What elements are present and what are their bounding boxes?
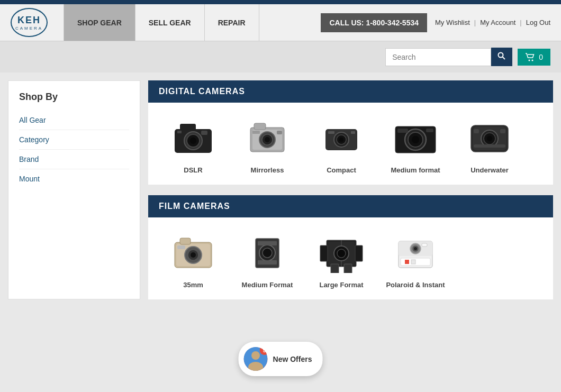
mirrorless-label: Mirrorless (251, 166, 284, 174)
svg-rect-50 (258, 241, 277, 245)
film-cameras-header: FILM CAMERAS (148, 195, 553, 217)
film35-image (164, 228, 222, 276)
svg-rect-69 (422, 243, 427, 247)
filmmedformat-image (238, 228, 296, 276)
svg-rect-18 (252, 131, 260, 134)
film-cameras-body: 35mm Medium Format (148, 217, 553, 299)
svg-point-35 (487, 136, 492, 141)
svg-rect-58 (344, 264, 352, 273)
svg-rect-30 (426, 129, 433, 132)
svg-rect-67 (405, 260, 409, 264)
svg-rect-10 (177, 131, 182, 133)
largeformat-image (312, 228, 370, 276)
medformat-icon (389, 116, 442, 158)
svg-rect-36 (474, 129, 479, 133)
svg-rect-59 (320, 245, 328, 261)
camera-item-mirrorless[interactable]: Mirrorless (233, 113, 302, 174)
search-input[interactable] (385, 48, 491, 66)
svg-point-8 (190, 138, 196, 144)
svg-rect-68 (411, 260, 415, 264)
main-nav: SHOP GEAR SELL GEAR REPAIR (64, 4, 259, 41)
svg-rect-51 (258, 260, 277, 265)
main-layout: Shop By All Gear Category Brand Mount DI… (0, 72, 561, 307)
cart-icon (525, 53, 536, 61)
my-wishlist-link[interactable]: My Wishlist (435, 19, 470, 26)
digital-cameras-header: DIGITAL CAMERAS (148, 80, 553, 103)
svg-rect-9 (201, 131, 207, 135)
filmmedformat-icon (241, 231, 294, 273)
svg-rect-37 (500, 129, 505, 133)
svg-rect-16 (254, 123, 266, 130)
film-cameras-section: FILM CAMERAS (148, 195, 553, 299)
svg-point-22 (339, 138, 343, 142)
log-out-link[interactable]: Log Out (526, 19, 550, 26)
medformat-image (386, 113, 445, 161)
svg-point-65 (414, 247, 417, 250)
svg-rect-17 (277, 131, 282, 134)
compact-icon (315, 116, 368, 158)
camera-item-35mm[interactable]: 35mm (159, 228, 228, 289)
camera-item-largeformat[interactable]: Large Format (307, 228, 376, 289)
search-container (385, 48, 512, 66)
svg-point-43 (191, 252, 196, 258)
svg-rect-38 (474, 144, 505, 148)
film35-icon (167, 231, 220, 273)
svg-rect-5 (180, 124, 196, 132)
nav-shop-gear[interactable]: SHOP GEAR (64, 4, 135, 41)
camera-item-compact[interactable]: Compact (307, 113, 376, 174)
medformat-label: Medium format (391, 166, 440, 174)
camera-item-filmmedformat[interactable]: Medium Format (233, 228, 302, 289)
underwater-icon (463, 116, 516, 158)
logo-sub: CAMERA (15, 26, 43, 31)
dslr-icon (167, 116, 220, 158)
underwater-label: Underwater (470, 166, 509, 174)
svg-line-1 (503, 57, 505, 60)
film35-label: 35mm (183, 281, 203, 289)
svg-rect-24 (351, 131, 355, 134)
phone-button[interactable]: CALL US: 1-800-342-5534 (321, 13, 427, 32)
polaroid-icon (389, 231, 442, 273)
sidebar-title: Shop By (19, 92, 129, 103)
compact-label: Compact (327, 166, 356, 174)
sidebar-item-category[interactable]: Category (19, 130, 129, 150)
svg-rect-60 (355, 245, 363, 261)
svg-point-3 (532, 59, 533, 61)
mirrorless-image (238, 113, 296, 161)
digital-cameras-section: DIGITAL CAMERAS (148, 80, 553, 185)
mirrorless-icon (241, 116, 294, 158)
logo[interactable]: KEH CAMERA (11, 8, 48, 37)
svg-point-28 (412, 136, 419, 143)
camera-item-underwater[interactable]: Underwater (455, 113, 524, 174)
cart-count: 0 (539, 53, 543, 61)
my-account-link[interactable]: My Account (480, 19, 515, 26)
svg-rect-29 (397, 129, 408, 133)
top-bar (0, 0, 561, 4)
dslr-label: DSLR (184, 166, 202, 174)
svg-rect-44 (177, 245, 185, 249)
polaroid-label: Polaroid & Instant (386, 281, 445, 289)
sidebar-item-mount[interactable]: Mount (19, 169, 129, 188)
svg-point-49 (263, 248, 272, 258)
nav-repair[interactable]: REPAIR (205, 4, 259, 41)
sidebar: Shop By All Gear Category Brand Mount (8, 80, 140, 299)
search-button[interactable] (491, 48, 512, 66)
camera-item-dslr[interactable]: DSLR (159, 113, 228, 174)
sidebar-item-all-gear[interactable]: All Gear (19, 111, 129, 130)
nav-sell-gear[interactable]: SELL GEAR (135, 4, 205, 41)
search-row: 0 (0, 41, 561, 72)
filmmedformat-label: Medium Format (242, 281, 293, 289)
cart-button[interactable]: 0 (518, 49, 550, 66)
logo-text: KEH (17, 15, 41, 26)
compact-image (312, 113, 370, 161)
largeformat-icon (315, 231, 368, 273)
sidebar-item-brand[interactable]: Brand (19, 150, 129, 169)
camera-item-polaroid[interactable]: Polaroid & Instant (381, 228, 450, 289)
content: DIGITAL CAMERAS (148, 80, 553, 299)
search-icon (497, 52, 506, 60)
header-right: CALL US: 1-800-342-5534 My Wishlist | My… (321, 13, 550, 32)
svg-point-56 (337, 249, 346, 258)
polaroid-image (386, 228, 445, 276)
svg-point-15 (265, 137, 270, 142)
svg-point-2 (529, 59, 530, 61)
camera-item-medformat[interactable]: Medium format (381, 113, 450, 174)
